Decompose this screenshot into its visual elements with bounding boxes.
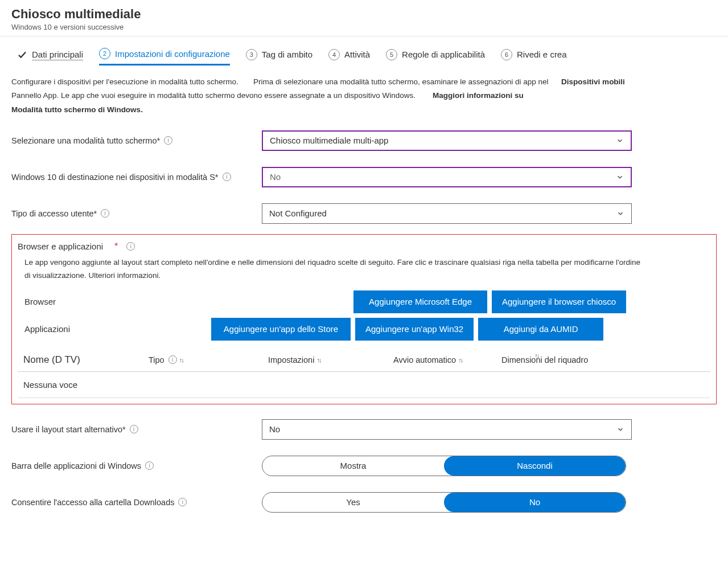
step-number: 6 (501, 49, 512, 60)
th-settings[interactable]: Impostazioni↑↓ (268, 355, 393, 365)
tab-scope-tags[interactable]: 3 Tag di ambito (246, 49, 312, 65)
sort-icon: ↑↓ (179, 357, 183, 363)
info-icon[interactable]: i (145, 461, 154, 470)
section-description: Le app vengono aggiunte al layout start … (24, 256, 704, 282)
page-subtitle: Windows 10 e versioni successive (11, 23, 717, 31)
chevron-down-icon (616, 210, 624, 218)
info-icon[interactable]: i (223, 173, 231, 181)
chevron-down-icon (616, 173, 624, 181)
alt-layout-select[interactable]: No (262, 419, 632, 440)
tab-applicability-rules[interactable]: 5 Regole di applicabilità (386, 49, 485, 65)
step-number: 5 (386, 49, 397, 60)
apps-table-header: Nome (D TV) Tipoi↑↓ Impostazioni↑↓ Avvio… (18, 346, 710, 372)
th-tile-size[interactable]: Dimensioni del riquadro↑↓ (501, 355, 615, 365)
tab-basics[interactable]: Dati principali (17, 50, 83, 64)
tab-label: Regole di applicabilità (402, 50, 485, 59)
section-heading: Browser e applicazioni (18, 241, 103, 251)
learn-more-link[interactable]: Maggiori informazioni su (433, 91, 524, 100)
tab-review-create[interactable]: 6 Rivedi e crea (501, 49, 567, 65)
tab-label: Attività (344, 50, 370, 59)
alt-layout-label: Usare il layout start alternativo* i (11, 425, 262, 434)
step-number: 2 (99, 48, 110, 59)
taskbar-show-option[interactable]: Mostra (262, 456, 444, 476)
add-win32-app-button[interactable]: Aggiungere un'app Win32 (355, 318, 474, 341)
step-number: 4 (328, 49, 340, 60)
info-icon[interactable]: i (130, 425, 138, 433)
taskbar-hide-option[interactable]: Nascondi (444, 456, 626, 476)
info-icon[interactable]: i (178, 498, 187, 506)
logon-type-label: Tipo di accesso utente* i (11, 209, 262, 218)
downloads-yes-option[interactable]: Yes (262, 493, 444, 512)
downloads-no-option[interactable]: No (444, 493, 626, 512)
add-kiosk-browser-button[interactable]: Aggiungere il browser chiosco (492, 290, 626, 313)
th-name[interactable]: Nome (D TV) (23, 354, 149, 366)
wizard-tabs: Dati principali 2 Impostazioni di config… (0, 36, 728, 66)
info-icon: i (168, 355, 177, 364)
browser-row-label: Browser (18, 297, 211, 306)
tab-assignments[interactable]: 4 Attività (328, 49, 370, 65)
info-icon[interactable]: i (101, 209, 109, 218)
required-star: * (114, 241, 118, 252)
downloads-label: Consentire l'accesso alla cartella Downl… (11, 498, 262, 507)
add-aumid-button[interactable]: Aggiungi da AUMID (478, 318, 603, 341)
taskbar-toggle: Mostra Nascondi (262, 456, 626, 476)
th-autolaunch[interactable]: Avvio automatico↑↓ (393, 355, 501, 365)
check-icon (17, 50, 27, 60)
sort-icon: ↑↓ (534, 352, 538, 359)
sort-icon: ↑↓ (316, 357, 320, 363)
add-store-app-button[interactable]: Aggiungere un'app dello Store (211, 318, 351, 341)
mobile-devices-link[interactable]: Dispositivi mobili (561, 77, 625, 86)
chevron-down-icon (616, 425, 624, 433)
tab-label: Dati principali (32, 50, 83, 59)
add-edge-button[interactable]: Aggiungere Microsoft Edge (353, 290, 487, 313)
page-title: Chiosco multimediale (11, 7, 717, 22)
browser-apps-section: Browser e applicazioni * i Le app vengon… (11, 234, 717, 404)
info-icon[interactable]: i (164, 136, 172, 145)
logon-type-select[interactable]: Not Configured (262, 203, 632, 224)
th-type[interactable]: Tipoi↑↓ (149, 355, 268, 365)
empty-table-row: Nessuna voce (18, 372, 710, 398)
intro-text: Configurare i dispositivi per l'esecuzio… (11, 75, 717, 117)
downloads-toggle: Yes No (262, 492, 626, 513)
tab-configuration-settings[interactable]: 2 Impostazioni di configurazione (99, 48, 230, 65)
info-icon[interactable]: i (126, 242, 135, 251)
step-number: 3 (246, 49, 257, 60)
sort-icon: ↑↓ (458, 357, 462, 363)
chevron-down-icon (616, 137, 624, 145)
kiosk-mode-label: Selezionare una modalità tutto schermo* … (11, 136, 262, 145)
applications-row-label: Applicazioni (18, 324, 211, 334)
taskbar-label: Barra delle applicazioni di Windows i (11, 461, 262, 470)
tab-label: Tag di ambito (262, 50, 312, 59)
win10s-select[interactable]: No (262, 167, 632, 187)
win10s-label: Windows 10 di destinazione nei dispositi… (11, 173, 262, 182)
tab-label: Impostazioni di configurazione (115, 49, 230, 59)
page-header: Chiosco multimediale Windows 10 e versio… (0, 0, 728, 36)
kiosk-mode-select[interactable]: Chiosco multimediale multi-app (262, 130, 632, 151)
tab-label: Rivedi e crea (517, 50, 567, 59)
